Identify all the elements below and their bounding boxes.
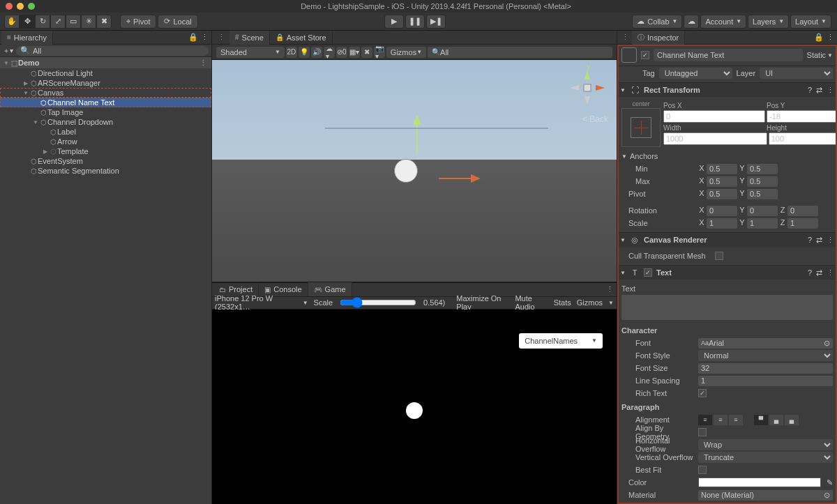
- posy-field[interactable]: [767, 110, 837, 123]
- canvas-renderer-header[interactable]: ▼ ◎ Canvas Renderer ?⇄⋮: [617, 233, 837, 247]
- window-controls[interactable]: [6, 3, 35, 10]
- height-field[interactable]: [769, 132, 837, 145]
- scene-search[interactable]: 🔍 All: [428, 47, 612, 58]
- create-dropdown[interactable]: ＋▾: [3, 46, 13, 56]
- collab-dropdown[interactable]: ☁ Collab▼: [632, 15, 682, 29]
- hierarchy-item[interactable]: ⬡Tap Image: [0, 107, 211, 117]
- step-button[interactable]: ▶❚: [426, 15, 446, 29]
- static-dropdown[interactable]: Static▼: [807, 51, 833, 59]
- tool-icon[interactable]: ✖: [361, 47, 372, 58]
- hidden-toggle-icon[interactable]: ⊘0: [336, 47, 347, 58]
- shaded-dropdown[interactable]: Shaded ▼: [216, 47, 285, 58]
- selected-object-icon[interactable]: [394, 159, 418, 183]
- posx-field[interactable]: [663, 110, 765, 123]
- text-enabled-checkbox[interactable]: ✓: [644, 268, 652, 277]
- rect-transform-header[interactable]: ▼ ⛶ Rect Transform ?⇄⋮: [617, 83, 837, 97]
- cloud-button[interactable]: ☁: [684, 15, 699, 29]
- layer-dropdown[interactable]: UI: [760, 68, 833, 79]
- hierarchy-item[interactable]: ▶⬡Template: [0, 146, 211, 156]
- richtext-checkbox[interactable]: ✓: [698, 389, 707, 397]
- hierarchy-item[interactable]: ⬡Arrow: [0, 137, 211, 146]
- fontsize-field[interactable]: [698, 363, 833, 374]
- rot-y[interactable]: [747, 206, 778, 216]
- rect-handle[interactable]: [325, 126, 548, 130]
- rot-z[interactable]: [787, 206, 818, 216]
- move-gizmo-x[interactable]: [439, 173, 481, 184]
- custom-tool-icon[interactable]: ✖: [96, 15, 112, 29]
- scene-view[interactable]: < Back y: [212, 60, 617, 282]
- maximize-icon[interactable]: [28, 3, 35, 10]
- 2d-toggle[interactable]: 2D: [286, 47, 297, 58]
- move-gizmo-y[interactable]: [410, 115, 424, 157]
- panel-menu-icon[interactable]: ⋮: [213, 33, 229, 42]
- anchor-minx[interactable]: [707, 164, 737, 174]
- hierarchy-item[interactable]: ⬡Semantic Segmentation: [0, 166, 211, 176]
- panel-menu-icon[interactable]: ⋮: [201, 33, 209, 42]
- help-icon[interactable]: ?: [808, 236, 812, 245]
- v-align-buttons[interactable]: ▀▄▄: [754, 415, 799, 425]
- transform-tool-icon[interactable]: ✳: [81, 15, 96, 29]
- channel-dropdown[interactable]: ChannelNames ▼: [519, 333, 603, 349]
- panel-menu-icon[interactable]: ⋮: [827, 33, 834, 42]
- device-dropdown[interactable]: iPhone 12 Pro W (2532x1…: [215, 294, 297, 311]
- hand-tool-icon[interactable]: ✋: [4, 15, 20, 29]
- hierarchy-item[interactable]: ▼⬡Channel Dropdown: [0, 117, 211, 127]
- pivot-x[interactable]: [707, 189, 737, 199]
- active-checkbox[interactable]: ✓: [641, 51, 649, 59]
- h-align-buttons[interactable]: ≡≡≡: [698, 415, 743, 425]
- width-field[interactable]: [663, 132, 767, 145]
- preset-icon[interactable]: ⇄: [816, 86, 822, 95]
- panel-lock-icon[interactable]: 🔒: [188, 33, 198, 42]
- color-field[interactable]: [698, 478, 821, 487]
- panel-menu-icon[interactable]: ⋮: [619, 33, 632, 42]
- local-toggle[interactable]: ⟳Local: [158, 15, 197, 29]
- anchor-maxx[interactable]: [707, 176, 737, 187]
- hierarchy-item[interactable]: ⬡Channel Name Text: [0, 98, 211, 107]
- cull-checkbox[interactable]: [715, 252, 723, 260]
- fx-dropdown-icon[interactable]: ☁▾: [324, 47, 335, 58]
- alignbygeom-checkbox[interactable]: [698, 428, 707, 436]
- material-field[interactable]: None (Material)⊙: [698, 490, 833, 501]
- anchor-preset[interactable]: center: [621, 108, 661, 147]
- rect-tool-icon[interactable]: ▭: [66, 15, 81, 29]
- gizmos-dropdown[interactable]: Gizmos ▼: [386, 47, 426, 58]
- mute-toggle[interactable]: Mute Audio: [515, 294, 548, 311]
- grid-toggle-icon[interactable]: ▦▾: [349, 47, 360, 58]
- rot-x[interactable]: [707, 206, 737, 216]
- maximize-toggle[interactable]: Maximize On Play: [456, 294, 509, 311]
- panel-menu-icon[interactable]: ⋮: [606, 285, 614, 294]
- anchor-miny[interactable]: [747, 164, 778, 174]
- pivot-toggle[interactable]: ⌖Pivot: [120, 15, 156, 29]
- account-dropdown[interactable]: Account▼: [700, 15, 746, 29]
- scale-y[interactable]: [747, 218, 778, 229]
- horizontal-overflow-dropdown[interactable]: Wrap: [698, 439, 833, 450]
- preset-icon[interactable]: ⇄: [816, 236, 822, 245]
- hierarchy-item[interactable]: ⬡Directional Light: [0, 68, 211, 78]
- tag-dropdown[interactable]: Untagged: [659, 68, 732, 79]
- close-icon[interactable]: [6, 3, 13, 10]
- hierarchy-item[interactable]: ⬡EventSystem: [0, 156, 211, 166]
- scene-menu-icon[interactable]: ⋮: [199, 59, 207, 68]
- gameobject-name-field[interactable]: [654, 49, 803, 61]
- hierarchy-item[interactable]: ▶⬡ARSceneManager: [0, 78, 211, 88]
- panel-lock-icon[interactable]: 🔒: [814, 33, 824, 42]
- scale-slider[interactable]: [340, 297, 416, 308]
- scene-row[interactable]: ▼⬚Demo ⋮: [0, 57, 211, 68]
- anchor-maxy[interactable]: [747, 176, 778, 187]
- font-field[interactable]: Aa Arial⊙: [698, 338, 833, 349]
- rotate-tool-icon[interactable]: ↻: [35, 15, 50, 29]
- bestfit-checkbox[interactable]: [698, 466, 707, 474]
- inspector-tab[interactable]: ⓘInspector: [632, 31, 685, 45]
- layout-dropdown[interactable]: Layout▼: [790, 15, 831, 29]
- back-label[interactable]: < Back: [582, 114, 608, 124]
- scene-axis-gizmo[interactable]: [566, 67, 608, 109]
- transform-tools[interactable]: ✋ ✥ ↻ ⤢ ▭ ✳ ✖: [4, 15, 112, 29]
- scale-x[interactable]: [707, 218, 737, 229]
- game-gizmos-dropdown[interactable]: Gizmos: [577, 298, 603, 307]
- menu-icon[interactable]: ⋮: [827, 236, 834, 245]
- play-controls[interactable]: ▶ ❚❚ ▶❚: [384, 15, 447, 29]
- text-value-field[interactable]: [621, 295, 833, 320]
- game-tab[interactable]: 🎮Game: [308, 282, 352, 296]
- hierarchy-item[interactable]: ▼⬡Canvas: [0, 88, 211, 98]
- scale-z[interactable]: [787, 218, 818, 229]
